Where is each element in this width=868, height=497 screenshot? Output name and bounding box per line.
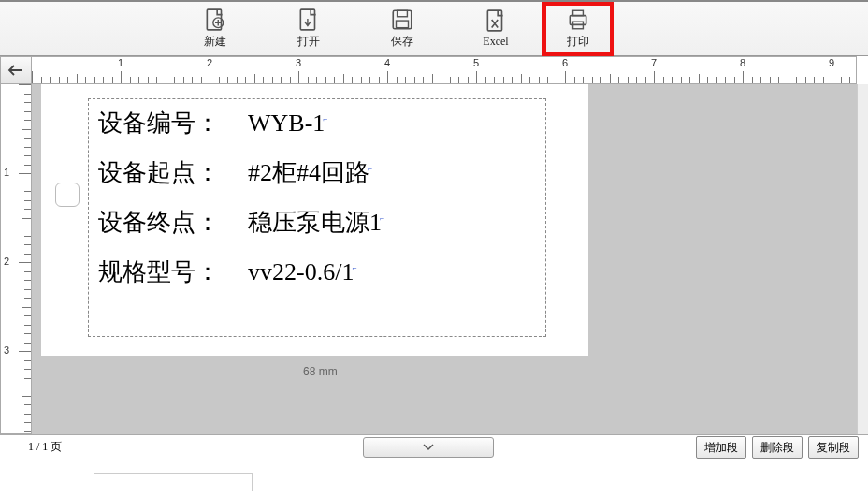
svg-rect-4	[398, 10, 408, 17]
excel-icon	[484, 8, 508, 33]
size-indicator: 68 mm	[303, 365, 338, 378]
canvas[interactable]: 设备编号：WYB-1⌐设备起点：#2柜#4回路⌐设备终点：稳压泵电源1⌐规格型号…	[32, 84, 857, 434]
field-marker-icon: ⌐	[368, 164, 372, 173]
field-value[interactable]: 稳压泵电源1⌐	[248, 206, 384, 239]
field-marker-icon: ⌐	[380, 213, 384, 223]
back-button[interactable]	[0, 56, 32, 84]
field-marker-icon: ⌐	[352, 263, 356, 272]
footer-bar: 1 / 1 页 增加段 删除段 复制段	[0, 435, 868, 497]
drag-handle[interactable]	[55, 183, 80, 207]
new-label: 新建	[204, 34, 226, 50]
field-label: 规格型号：	[98, 256, 248, 288]
save-icon	[390, 7, 414, 32]
field-label: 设备编号：	[98, 107, 248, 139]
excel-label: Excel	[483, 35, 508, 49]
field-value[interactable]: #2柜#4回路⌐	[248, 156, 372, 189]
arrow-left-icon	[7, 64, 24, 77]
print-label: 打印	[567, 34, 589, 50]
svg-rect-6	[487, 10, 501, 31]
horizontal-ruler: 123456789	[32, 56, 857, 84]
new-button[interactable]: 新建	[168, 5, 262, 53]
field-row-0[interactable]: 设备编号：WYB-1⌐	[98, 107, 536, 139]
save-button[interactable]: 保存	[355, 5, 449, 53]
vertical-scrollbar[interactable]	[857, 84, 868, 434]
delete-segment-button[interactable]: 删除段	[752, 436, 803, 459]
field-label: 设备终点：	[98, 206, 248, 239]
excel-button[interactable]: Excel	[449, 5, 542, 53]
svg-rect-5	[397, 21, 409, 28]
chevron-down-icon	[422, 444, 435, 451]
field-row-3[interactable]: 规格型号：vv22-0.6/1⌐	[98, 256, 536, 288]
add-segment-button[interactable]: 增加段	[696, 436, 746, 459]
open-button[interactable]: 打开	[262, 5, 355, 53]
content-frame[interactable]: 设备编号：WYB-1⌐设备起点：#2柜#4回路⌐设备终点：稳压泵电源1⌐规格型号…	[88, 98, 546, 337]
field-row-1[interactable]: 设备起点：#2柜#4回路⌐	[98, 156, 536, 189]
open-file-icon	[297, 7, 321, 32]
field-marker-icon: ⌐	[323, 114, 327, 124]
field-value[interactable]: WYB-1⌐	[248, 110, 327, 138]
work-area: 123456789 1234 设备编号：WYB-1⌐设备起点：#2柜#4回路⌐设…	[0, 56, 868, 435]
copy-segment-button[interactable]: 复制段	[808, 436, 859, 459]
page-indicator: 1 / 1 页	[11, 439, 62, 455]
field-label: 设备起点：	[98, 156, 248, 189]
open-label: 打开	[297, 34, 320, 50]
thumbnail[interactable]	[94, 473, 253, 491]
save-label: 保存	[391, 34, 413, 50]
new-file-icon	[203, 7, 227, 32]
vertical-ruler: 1234	[0, 84, 32, 434]
field-row-2[interactable]: 设备终点：稳压泵电源1⌐	[98, 206, 536, 239]
print-button[interactable]: 打印	[542, 2, 614, 56]
print-icon	[566, 7, 590, 32]
field-value[interactable]: vv22-0.6/1⌐	[248, 258, 356, 286]
main-toolbar: 新建 打开 保存 Excel 打印	[0, 2, 868, 56]
label-page[interactable]: 设备编号：WYB-1⌐设备起点：#2柜#4回路⌐设备终点：稳压泵电源1⌐规格型号…	[41, 84, 588, 356]
dropdown-button[interactable]	[363, 437, 494, 458]
